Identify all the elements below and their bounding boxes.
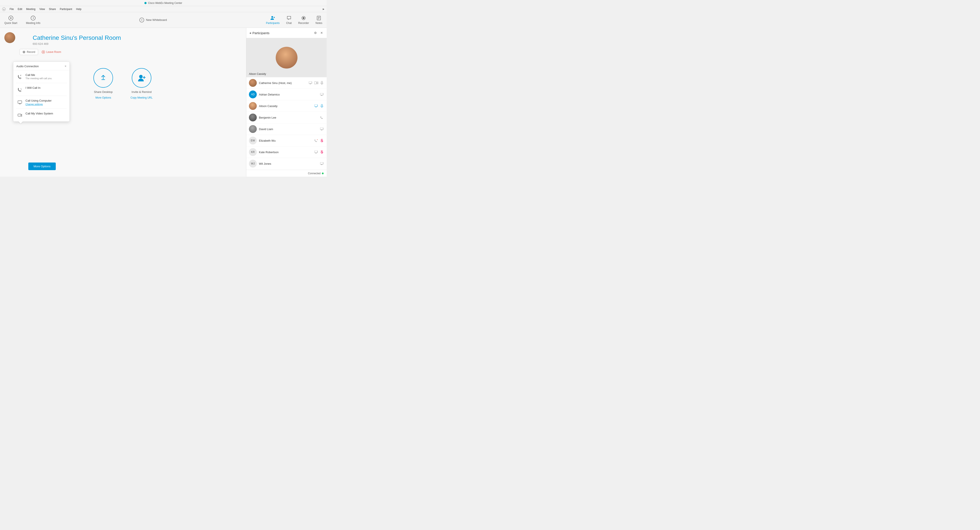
window-icon[interactable]: ▲ xyxy=(2,7,6,11)
menu-participant[interactable]: Participant xyxy=(58,7,74,11)
share-desktop-action[interactable]: Share Desktop More Options xyxy=(94,68,113,99)
quick-start-icon xyxy=(8,16,13,21)
copy-meeting-url-link[interactable]: Copy Meeting URL xyxy=(130,96,153,99)
i-will-call-in-icon xyxy=(17,87,23,93)
call-me-icon xyxy=(17,74,23,80)
record-icon xyxy=(22,51,25,54)
participant-avatar-elizabeth: EW xyxy=(249,136,257,144)
participant-item-alison-cassidy: Alison Cassidy xyxy=(246,100,327,112)
svg-rect-40 xyxy=(320,128,323,130)
leave-room-button[interactable]: Leave Room xyxy=(41,50,61,54)
participants-panel: ◀ Participants ⚙ ✕ Alison Cassidy Cather… xyxy=(246,28,327,177)
menu-arrow: ▶ xyxy=(323,8,325,10)
call-my-video-system-option[interactable]: Call My Video System xyxy=(13,109,70,121)
new-whiteboard-button[interactable]: + New Whiteboard xyxy=(139,17,167,22)
svg-rect-29 xyxy=(314,82,317,84)
participants-icon xyxy=(270,16,275,21)
svg-point-19 xyxy=(139,75,143,78)
participant-item-benjamin-lee: Benjamin Lee xyxy=(246,112,327,123)
title-bar-text: Cisco WebEx Meeting Center xyxy=(148,2,182,5)
menu-bar: ▲ File Edit Meeting View Share Participa… xyxy=(0,6,327,12)
toolbar-chat[interactable]: Chat xyxy=(286,16,292,25)
participant-avatar-kate: KR xyxy=(249,148,257,156)
menu-share[interactable]: Share xyxy=(47,7,58,11)
menu-help[interactable]: Help xyxy=(74,7,83,11)
i-will-call-in-option[interactable]: I Will Call In xyxy=(13,83,70,96)
connected-dot xyxy=(322,173,324,174)
more-options-button[interactable]: More Options xyxy=(28,162,56,170)
participants-list: Catherine Sinu (Host, me) AD Adrian Del xyxy=(246,77,327,170)
call-me-subtitle: The meeting will call you. xyxy=(25,77,52,79)
toolbar-recorder[interactable]: Recorder xyxy=(298,16,309,25)
participant-screen-icon-catherine xyxy=(309,81,313,85)
participant-name-alison: Alison Cassidy xyxy=(259,105,312,108)
participant-name-david: David Liam xyxy=(259,127,318,131)
main-content: ‹ Catherine Sinu's Personal Room 693 624… xyxy=(0,28,327,177)
svg-rect-54 xyxy=(320,162,323,164)
featured-participant: Alison Cassidy xyxy=(246,38,327,77)
participant-screen-icon-kate xyxy=(314,150,318,154)
share-desktop-label: Share Desktop xyxy=(94,90,113,94)
participants-settings-icon[interactable]: ⚙ xyxy=(313,30,318,35)
participant-name-benjamin: Benjamin Lee xyxy=(259,116,318,119)
participant-phone-icon-benjamin xyxy=(320,115,324,120)
participant-screen-icon-adrian xyxy=(320,92,324,97)
toolbar-quick-start[interactable]: Quick Start xyxy=(4,16,17,25)
toolbar-meeting-info[interactable]: i Meeting Info xyxy=(26,16,40,25)
svg-marker-1 xyxy=(10,17,12,19)
collapse-icon[interactable]: ◀ xyxy=(249,32,251,34)
record-button[interactable]: Record xyxy=(20,49,38,55)
svg-rect-25 xyxy=(18,114,21,116)
audio-popup-close-button[interactable]: × xyxy=(65,64,67,68)
audio-connection-popup: Audio Connection × Call Me The meeting w… xyxy=(13,62,70,122)
recorder-icon xyxy=(301,16,306,21)
call-me-title: Call Me xyxy=(25,73,52,76)
room-id: 693 624 469 xyxy=(33,42,240,46)
participant-mic-muted-btn-elizabeth[interactable] xyxy=(320,138,324,143)
menu-edit[interactable]: Edit xyxy=(16,7,24,11)
featured-avatar xyxy=(276,47,298,68)
audio-popup-header: Audio Connection × xyxy=(13,62,70,70)
invite-remind-label: Invite & Remind xyxy=(132,90,151,94)
participant-screen-icon-david xyxy=(320,127,324,131)
participant-avatar-david xyxy=(249,125,257,133)
title-bar: Cisco WebEx Meeting Center xyxy=(0,0,327,6)
popup-tail xyxy=(19,121,23,124)
menu-file[interactable]: File xyxy=(8,7,16,11)
participants-panel-header: ◀ Participants ⚙ ✕ xyxy=(246,28,327,38)
participants-close-icon[interactable]: ✕ xyxy=(320,30,324,35)
invite-remind-action[interactable]: Invite & Remind Copy Meeting URL xyxy=(130,68,153,99)
menu-meeting[interactable]: Meeting xyxy=(24,7,37,11)
participant-phone-muted-icon-elizabeth xyxy=(314,138,318,143)
participant-item-kate-robertson: KR Kate Robertson xyxy=(246,146,327,158)
notes-icon xyxy=(316,16,321,21)
change-settings-link[interactable]: Change settings xyxy=(25,103,52,106)
participants-panel-title: Participants xyxy=(252,31,312,35)
participant-item-wil-jones: WJ Wil Jones xyxy=(246,158,327,170)
svg-text:i: i xyxy=(33,16,33,20)
svg-rect-32 xyxy=(320,93,323,95)
participant-name-adrian: Adrian Delamico xyxy=(259,93,318,96)
participant-avatar-alison xyxy=(249,102,257,110)
share-desktop-link[interactable]: More Options xyxy=(95,96,111,99)
audio-popup-title: Audio Connection xyxy=(16,65,39,68)
svg-rect-26 xyxy=(309,82,312,84)
participant-screen-icon-alison xyxy=(314,104,318,108)
meeting-info-icon: i xyxy=(30,16,36,21)
participant-screen-icon-wil xyxy=(320,162,324,166)
toolbar: Quick Start i Meeting Info + New Whitebo… xyxy=(0,12,327,28)
share-desktop-circle xyxy=(94,68,113,88)
chat-icon xyxy=(286,16,292,21)
participant-video-btn-catherine[interactable] xyxy=(314,81,318,85)
participant-item-david-liam: David Liam xyxy=(246,123,327,135)
menu-view[interactable]: View xyxy=(38,7,47,11)
toolbar-notes[interactable]: Notes xyxy=(315,16,322,25)
toolbar-participants[interactable]: Participants xyxy=(266,16,280,25)
svg-point-4 xyxy=(271,16,273,18)
participant-mic-icon-alison xyxy=(320,104,324,108)
call-using-computer-option[interactable]: Call Using Computer Change settings xyxy=(13,96,70,109)
call-me-option[interactable]: Call Me The meeting will call you. xyxy=(13,70,70,83)
participant-mic-btn-catherine[interactable] xyxy=(320,81,324,85)
call-my-video-system-icon xyxy=(17,112,23,118)
participant-avatar-benjamin xyxy=(249,114,257,121)
